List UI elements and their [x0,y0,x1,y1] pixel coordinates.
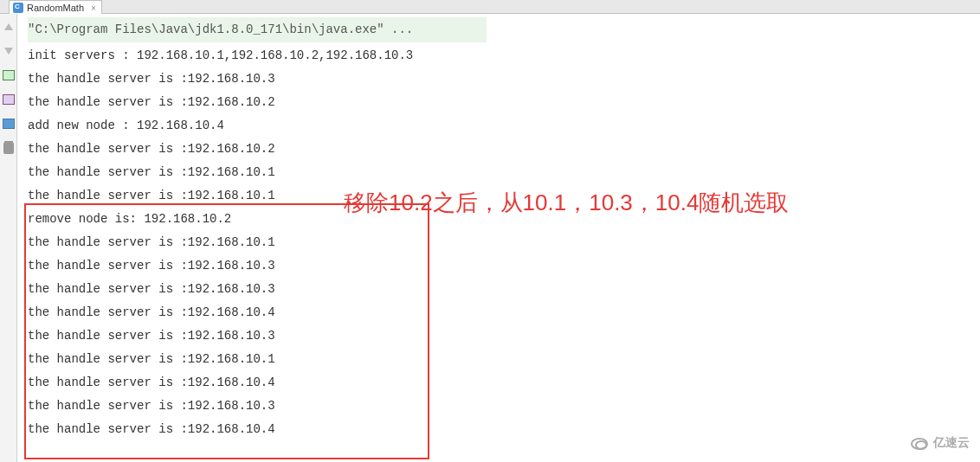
console-line: the handle server is :192.168.10.1 [28,231,980,254]
console-line: add new node : 192.168.10.4 [28,114,980,138]
file-tab[interactable]: RandomMath × [9,0,102,14]
console-line: the handle server is :192.168.10.3 [28,395,980,418]
main-area: "C:\Program Files\Java\jdk1.8.0_171\bin\… [0,14,980,462]
console-line: init servers : 192.168.10.1,192.168.10.2… [28,44,980,67]
watermark: 亿速云 [911,432,970,455]
console-line: the handle server is :192.168.10.2 [28,138,980,161]
console-line: the handle server is :192.168.10.2 [28,91,980,114]
console-line: the handle server is :192.168.10.3 [28,254,980,278]
console-line: the handle server is :192.168.10.1 [28,161,980,184]
console-line: the handle server is :192.168.10.3 [28,324,980,348]
export-icon[interactable] [3,93,15,106]
console-line: the handle server is :192.168.10.4 [28,301,980,324]
console-output[interactable]: "C:\Program Files\Java\jdk1.8.0_171\bin\… [17,14,980,462]
tab-title: RandomMath [27,3,84,13]
tab-bar: RandomMath × [0,0,980,14]
trash-icon[interactable] [3,142,15,154]
console-line: the handle server is :192.168.10.1 [28,348,980,371]
arrow-up-icon[interactable] [3,21,15,33]
console-line: the handle server is :192.168.10.4 [28,418,980,441]
arrow-down-icon[interactable] [3,45,15,57]
console-line: the handle server is :192.168.10.4 [28,371,980,395]
watermark-icon [911,438,928,450]
layout-icon[interactable] [3,69,15,81]
annotation-text: 移除10.2之后，从10.1，10.3，10.4随机选取 [344,191,789,215]
close-icon[interactable]: × [91,3,96,13]
command-line: "C:\Program Files\Java\jdk1.8.0_171\bin\… [28,17,487,42]
class-file-icon [13,3,23,13]
print-icon[interactable] [3,118,15,130]
console-line: the handle server is :192.168.10.3 [28,67,980,91]
watermark-text: 亿速云 [933,432,970,455]
gutter-toolbar [0,14,17,462]
console-line: the handle server is :192.168.10.3 [28,278,980,301]
